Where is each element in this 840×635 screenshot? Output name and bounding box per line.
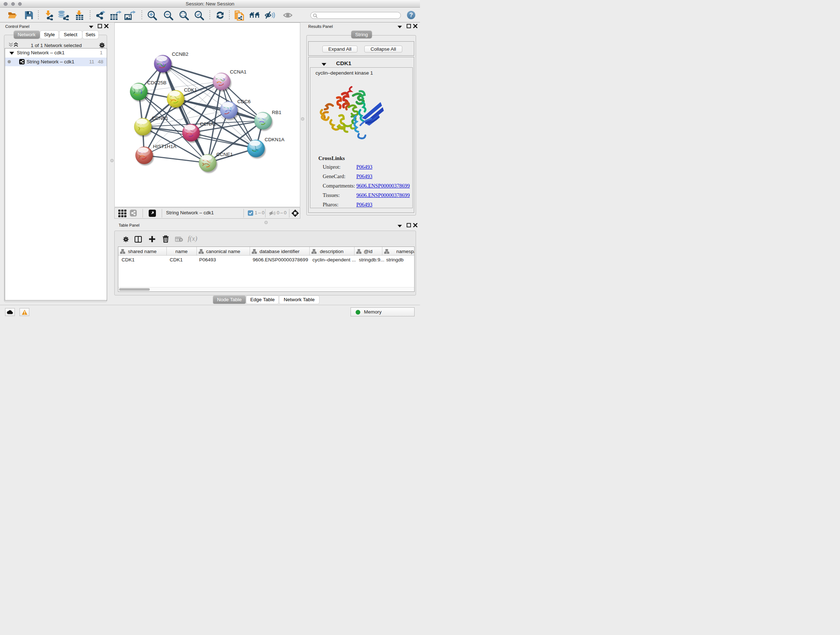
svg-text:CCNA1: CCNA1: [230, 69, 247, 74]
svg-text:CCNE1: CCNE1: [216, 152, 233, 157]
svg-text:CCNA2: CCNA2: [200, 121, 217, 127]
svg-text:CDKN1A: CDKN1A: [265, 137, 285, 142]
svg-text:CCNB2: CCNB2: [172, 51, 188, 57]
svg-text:CDK1: CDK1: [184, 87, 197, 93]
svg-text:HIST1H1A: HIST1H1A: [153, 144, 177, 149]
svg-text:RB1: RB1: [272, 110, 281, 115]
svg-text:CDC25B: CDC25B: [147, 80, 166, 86]
svg-text:CCNB1: CCNB1: [152, 116, 169, 121]
svg-text:CDC6: CDC6: [237, 99, 251, 104]
